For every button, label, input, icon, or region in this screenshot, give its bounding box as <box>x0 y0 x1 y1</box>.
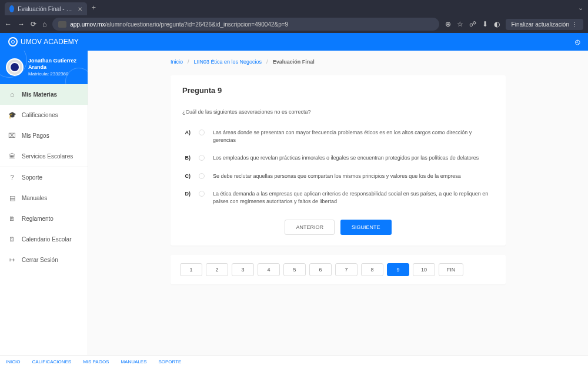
question-card: Pregunta 9 ¿Cuál de las siguientes aseve… <box>171 75 506 246</box>
option-letter: A) <box>182 129 191 137</box>
app-header: UMOV ACADEMY ⎋ <box>0 33 588 51</box>
grad-icon: 🎓 <box>8 111 16 119</box>
next-button[interactable]: SIGUIENTE <box>340 220 392 235</box>
sidebar-item-calificaciones[interactable]: 🎓Calificaciones <box>0 105 88 125</box>
footer-link-inicio[interactable]: INICIO <box>6 359 20 364</box>
sidebar-item-manuales[interactable]: ▤Manuales <box>0 188 88 208</box>
option-radio[interactable] <box>199 130 205 135</box>
option-text: La ética demanda a las empresas que apli… <box>213 190 494 205</box>
option-text: Las áreas donde se presentan con mayor f… <box>213 129 494 144</box>
forward-button[interactable]: → <box>18 20 25 28</box>
footer-link-mis-pagos[interactable]: MIS PAGOS <box>83 359 109 364</box>
url-field[interactable]: app.umov.mx/alumno/cuestionario/pregunta… <box>52 18 439 31</box>
translate-icon[interactable]: ⊕ <box>445 20 451 28</box>
page-button-5[interactable]: 5 <box>283 263 306 276</box>
book-icon: ▤ <box>8 194 16 202</box>
breadcrumb-home[interactable]: Inicio <box>171 59 183 65</box>
option-row: D)La ética demanda a las empresas que ap… <box>182 190 494 205</box>
kebab-icon: ⋮ <box>572 21 577 28</box>
sidebar-item-calendario-escolar[interactable]: 🗓Calendario Escolar <box>0 229 88 250</box>
back-button[interactable]: ← <box>5 20 12 28</box>
close-icon[interactable]: ✕ <box>78 6 82 12</box>
footer: INICIOCALIFICACIONESMIS PAGOSMANUALESSOP… <box>0 355 588 368</box>
option-letter: D) <box>182 190 191 198</box>
sidebar-item-label: Mis Materias <box>22 91 57 98</box>
option-row: C)Se debe reclutar aquellas personas que… <box>182 173 494 180</box>
logout-icon[interactable]: ⎋ <box>575 37 580 47</box>
doc-icon: 🗎 <box>8 215 16 223</box>
main-area: Jonathan Gutierrez Aranda Matrícula: 233… <box>0 51 588 355</box>
sidebar-item-label: Cerrar Sesión <box>22 257 58 263</box>
sidebar-item-servicios-escolares[interactable]: 🏛Servicios Escolares <box>0 146 88 167</box>
option-text: Se debe reclutar aquellas personas que c… <box>213 173 494 180</box>
wallet-icon: ⌧ <box>8 132 16 140</box>
page-button-4[interactable]: 4 <box>258 263 280 276</box>
update-button[interactable]: Finalizar actualización⋮ <box>506 19 583 30</box>
browser-tab[interactable]: Evaluación Final - LIIN03 Étic… ✕ <box>5 2 87 15</box>
question-nav: ANTERIOR SIGUIENTE <box>182 220 494 235</box>
content-area: Inicio / LIIN03 Ética en los Negocios / … <box>88 51 588 355</box>
home-icon: ⌂ <box>8 91 16 98</box>
option-radio[interactable] <box>199 155 205 161</box>
page-button-fin[interactable]: FIN <box>439 263 463 276</box>
help-icon: ? <box>8 174 16 181</box>
sidebar-item-soporte[interactable]: ?Soporte <box>0 167 88 188</box>
profile-matricula: Matrícula: 2332360 <box>28 71 82 77</box>
url-text: app.umov.mx/alumno/cuestionario/pregunta… <box>70 21 288 28</box>
sidebar-item-reglamento[interactable]: 🗎Reglamento <box>0 208 88 229</box>
page-button-6[interactable]: 6 <box>309 263 332 276</box>
options-list: A)Las áreas donde se presentan con mayor… <box>182 129 494 205</box>
sidebar-item-label: Servicios Escolares <box>22 153 73 160</box>
page-button-7[interactable]: 7 <box>335 263 358 276</box>
breadcrumb-sep: / <box>188 59 189 65</box>
option-row: A)Las áreas donde se presentan con mayor… <box>182 129 494 144</box>
tab-title: Evaluación Final - LIIN03 Étic… <box>18 6 74 12</box>
footer-link-calificaciones[interactable]: CALIFICACIONES <box>32 359 71 364</box>
option-radio[interactable] <box>199 173 205 179</box>
breadcrumb-sep: / <box>266 59 268 65</box>
question-title: Pregunta 9 <box>182 86 494 95</box>
building-icon: 🏛 <box>8 152 16 160</box>
breadcrumb-current: Evaluación Final <box>273 59 315 65</box>
download-icon[interactable]: ⬇ <box>482 20 488 28</box>
page-button-3[interactable]: 3 <box>232 263 254 276</box>
logo-icon <box>8 37 18 47</box>
footer-link-manuales[interactable]: MANUALES <box>121 359 146 364</box>
sidebar-item-label: Manuales <box>22 195 47 201</box>
tab-favicon <box>9 5 14 12</box>
option-radio[interactable] <box>199 191 205 197</box>
footer-link-soporte[interactable]: SOPORTE <box>158 359 181 364</box>
question-prompt: ¿Cuál de las siguientes aseveraciones no… <box>182 109 494 115</box>
page-button-8[interactable]: 8 <box>361 263 383 276</box>
sidebar-nav: ⌂Mis Materias🎓Calificaciones⌧Mis Pagos🏛S… <box>0 84 88 270</box>
site-info-icon[interactable] <box>58 21 66 28</box>
profile-icon[interactable]: ◐ <box>494 20 500 28</box>
page-button-10[interactable]: 10 <box>413 263 435 276</box>
page-button-9[interactable]: 9 <box>387 263 409 276</box>
sidebar-item-cerrar-sesión[interactable]: ↦Cerrar Sesión <box>0 250 88 270</box>
app-logo[interactable]: UMOV ACADEMY <box>8 37 79 47</box>
option-letter: C) <box>182 173 191 180</box>
page-button-2[interactable]: 2 <box>206 263 228 276</box>
option-row: B)Los empleados que revelan prácticas in… <box>182 154 494 162</box>
home-button[interactable]: ⌂ <box>42 20 46 28</box>
sidebar: Jonathan Gutierrez Aranda Matrícula: 233… <box>0 51 88 355</box>
sidebar-item-label: Soporte <box>22 174 42 181</box>
breadcrumb-course[interactable]: LIIN03 Ética en los Negocios <box>194 59 262 65</box>
page-button-1[interactable]: 1 <box>180 263 202 276</box>
extension-icon[interactable]: ☍ <box>469 20 476 28</box>
pager-card: 12345678910FIN <box>171 255 506 284</box>
star-icon[interactable]: ☆ <box>457 20 463 28</box>
prev-button[interactable]: ANTERIOR <box>285 220 335 235</box>
browser-tab-bar: Evaluación Final - LIIN03 Étic… ✕ + ⌄ <box>0 0 588 15</box>
sidebar-item-label: Calificaciones <box>22 112 58 118</box>
calendar-icon: 🗓 <box>8 236 16 243</box>
option-text: Los empleados que revelan prácticas inmo… <box>213 154 494 162</box>
reload-button[interactable]: ⟳ <box>31 20 36 28</box>
new-tab-button[interactable]: + <box>92 4 96 12</box>
window-menu-icon[interactable]: ⌄ <box>578 4 583 12</box>
sidebar-item-mis-pagos[interactable]: ⌧Mis Pagos <box>0 125 88 146</box>
logout-icon: ↦ <box>8 256 16 264</box>
sidebar-item-mis-materias[interactable]: ⌂Mis Materias <box>0 84 88 105</box>
option-letter: B) <box>182 154 191 162</box>
